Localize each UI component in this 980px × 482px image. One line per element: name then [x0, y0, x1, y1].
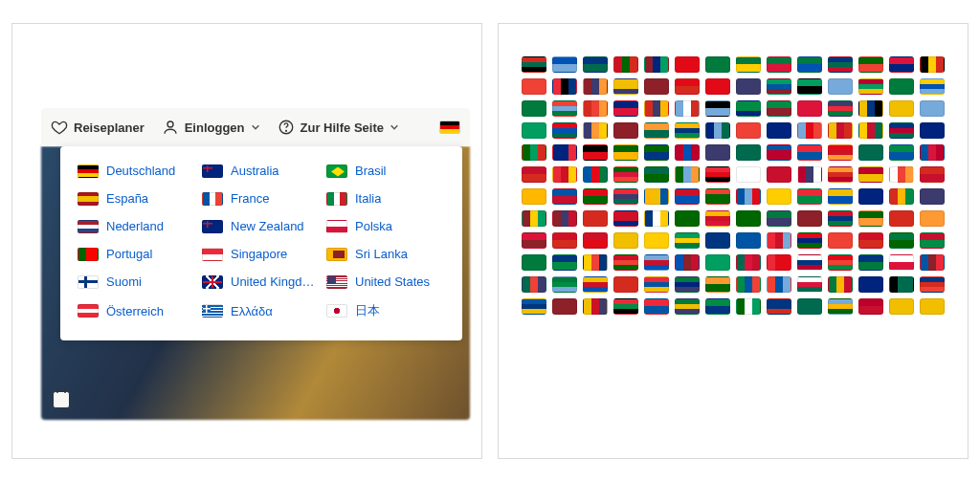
flag-swatch[interactable] — [552, 56, 577, 73]
flag-swatch[interactable] — [552, 276, 577, 293]
flag-swatch[interactable] — [675, 210, 700, 227]
flag-swatch[interactable] — [920, 276, 945, 293]
flag-swatch[interactable] — [644, 188, 669, 205]
locale-option[interactable]: Ελλάδα — [202, 302, 321, 319]
flag-swatch[interactable] — [767, 254, 791, 271]
flag-swatch[interactable] — [767, 232, 791, 249]
flag-swatch[interactable] — [613, 56, 638, 73]
locale-option[interactable]: 日本 — [326, 302, 445, 319]
locale-option[interactable]: Australia — [202, 164, 321, 178]
flag-swatch[interactable] — [889, 166, 914, 183]
flag-swatch[interactable] — [828, 78, 853, 95]
locale-option[interactable]: Nederland — [78, 219, 196, 233]
locale-option[interactable]: Italia — [326, 191, 445, 206]
flag-swatch[interactable] — [583, 232, 608, 249]
flag-swatch[interactable] — [613, 188, 638, 205]
flag-swatch[interactable] — [583, 210, 608, 227]
flag-swatch[interactable] — [797, 188, 822, 205]
flag-swatch[interactable] — [889, 122, 914, 139]
flag-swatch[interactable] — [675, 166, 700, 183]
flag-swatch[interactable] — [736, 188, 761, 205]
flag-swatch[interactable] — [767, 188, 791, 205]
flag-swatch[interactable] — [675, 122, 700, 139]
flag-swatch[interactable] — [613, 166, 638, 183]
flag-swatch[interactable] — [858, 210, 883, 227]
flag-swatch[interactable] — [552, 144, 577, 161]
flag-swatch[interactable] — [705, 298, 730, 315]
flag-swatch[interactable] — [828, 254, 853, 271]
flag-swatch[interactable] — [583, 56, 608, 73]
flag-swatch[interactable] — [858, 254, 883, 271]
current-locale-button[interactable] — [439, 120, 460, 134]
flag-swatch[interactable] — [552, 254, 577, 271]
flag-swatch[interactable] — [736, 100, 761, 117]
flag-swatch[interactable] — [767, 122, 791, 139]
flag-swatch[interactable] — [920, 100, 945, 117]
flag-swatch[interactable] — [858, 232, 883, 249]
flag-swatch[interactable] — [644, 166, 669, 183]
flag-swatch[interactable] — [828, 188, 853, 205]
flag-swatch[interactable] — [613, 100, 638, 117]
flag-swatch[interactable] — [705, 188, 730, 205]
flag-swatch[interactable] — [552, 78, 577, 95]
trip-planner-button[interactable]: Reiseplaner — [51, 119, 145, 136]
flag-swatch[interactable] — [644, 254, 669, 271]
flag-swatch[interactable] — [767, 166, 791, 183]
flag-swatch[interactable] — [858, 78, 883, 95]
flag-swatch[interactable] — [552, 232, 577, 249]
locale-option[interactable]: Brasil — [326, 164, 445, 178]
flag-swatch[interactable] — [522, 78, 546, 95]
flag-swatch[interactable] — [705, 232, 730, 249]
flag-swatch[interactable] — [767, 78, 791, 95]
flag-swatch[interactable] — [644, 210, 669, 227]
flag-swatch[interactable] — [644, 298, 669, 315]
locale-option[interactable]: United States — [326, 274, 445, 289]
flag-swatch[interactable] — [797, 144, 822, 161]
flag-swatch[interactable] — [767, 276, 791, 293]
flag-swatch[interactable] — [583, 144, 608, 161]
flag-swatch[interactable] — [644, 122, 669, 139]
flag-swatch[interactable] — [522, 276, 546, 293]
flag-swatch[interactable] — [889, 298, 914, 315]
flag-swatch[interactable] — [767, 100, 791, 117]
flag-swatch[interactable] — [705, 56, 730, 73]
flag-swatch[interactable] — [920, 298, 945, 315]
locale-option[interactable]: Sri Lanka — [326, 247, 445, 261]
flag-swatch[interactable] — [889, 100, 914, 117]
flag-swatch[interactable] — [552, 166, 577, 183]
flag-swatch[interactable] — [889, 188, 914, 205]
flag-swatch[interactable] — [797, 276, 822, 293]
flag-swatch[interactable] — [797, 56, 822, 73]
flag-swatch[interactable] — [613, 210, 638, 227]
flag-swatch[interactable] — [644, 100, 669, 117]
flag-swatch[interactable] — [705, 78, 730, 95]
flag-swatch[interactable] — [613, 298, 638, 315]
login-button[interactable]: Einloggen — [162, 119, 260, 136]
flag-swatch[interactable] — [705, 276, 730, 293]
flag-swatch[interactable] — [828, 56, 853, 73]
flag-swatch[interactable] — [828, 166, 853, 183]
flag-swatch[interactable] — [644, 78, 669, 95]
locale-option[interactable]: France — [202, 191, 321, 206]
flag-swatch[interactable] — [858, 122, 883, 139]
flag-swatch[interactable] — [675, 298, 700, 315]
flag-swatch[interactable] — [705, 210, 730, 227]
flag-swatch[interactable] — [583, 276, 608, 293]
flag-swatch[interactable] — [797, 254, 822, 271]
flag-swatch[interactable] — [858, 144, 883, 161]
flag-swatch[interactable] — [920, 166, 945, 183]
flag-swatch[interactable] — [705, 122, 730, 139]
flag-swatch[interactable] — [736, 298, 761, 315]
locale-option[interactable]: Österreich — [78, 302, 196, 319]
flag-swatch[interactable] — [797, 298, 822, 315]
flag-swatch[interactable] — [828, 276, 853, 293]
flag-swatch[interactable] — [552, 122, 577, 139]
flag-swatch[interactable] — [522, 298, 546, 315]
flag-swatch[interactable] — [522, 254, 546, 271]
flag-swatch[interactable] — [767, 144, 791, 161]
flag-swatch[interactable] — [736, 78, 761, 95]
flag-swatch[interactable] — [613, 254, 638, 271]
flag-swatch[interactable] — [736, 232, 761, 249]
locale-option[interactable]: España — [78, 191, 196, 206]
flag-swatch[interactable] — [613, 232, 638, 249]
